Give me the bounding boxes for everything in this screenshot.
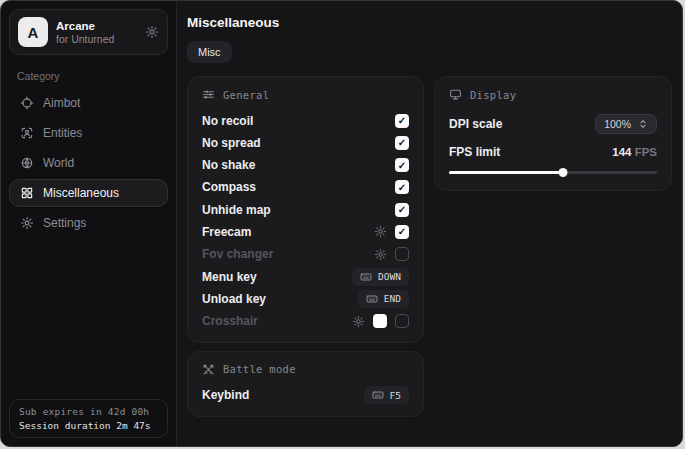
battle-mode-card: Battle mode KeybindF5 (187, 351, 424, 417)
setting-row: No shake✓ (202, 158, 409, 173)
setting-row: Unload keyEND (202, 291, 409, 306)
gear-icon[interactable] (145, 25, 159, 39)
keybind-button[interactable]: F5 (364, 386, 409, 404)
setting-label: Fov changer (202, 247, 273, 261)
gear-icon[interactable] (352, 315, 365, 328)
category-label: Category (17, 70, 160, 82)
app-window: A Arcane for Unturned Category AimbotEnt… (0, 0, 683, 447)
keyboard-icon (372, 389, 384, 401)
sidebar: A Arcane for Unturned Category AimbotEnt… (1, 1, 177, 446)
checkbox[interactable] (395, 314, 409, 328)
app-subtitle: for Unturned (56, 33, 137, 45)
setting-row: KeybindF5 (202, 388, 409, 403)
sidebar-item-entities[interactable]: Entities (9, 119, 168, 147)
category-nav: AimbotEntitiesWorldMiscellaneousSettings (9, 89, 168, 237)
sidebar-item-world[interactable]: World (9, 149, 168, 177)
setting-label: Freecam (202, 225, 251, 239)
app-avatar: A (18, 17, 48, 47)
setting-label: Keybind (202, 388, 249, 402)
sidebar-item-label: Settings (43, 216, 86, 230)
sidebar-item-settings[interactable]: Settings (9, 209, 168, 237)
card-title: Display (470, 89, 516, 101)
sub-expiry-text: Sub expires in 42d 00h (19, 406, 158, 417)
setting-label: No spread (202, 136, 261, 150)
setting-row: No spread✓ (202, 135, 409, 150)
key-label: DOWN (378, 271, 401, 282)
general-rows: No recoil✓No spread✓No shake✓Compass✓Unh… (202, 113, 409, 329)
checkbox[interactable]: ✓ (395, 203, 409, 217)
setting-row: No recoil✓ (202, 113, 409, 128)
gear-icon[interactable] (374, 225, 387, 238)
chevrons-up-down-icon (638, 119, 648, 129)
battle-rows: KeybindF5 (202, 388, 409, 403)
sidebar-item-miscellaneous[interactable]: Miscellaneous (9, 179, 168, 207)
sidebar-item-label: Entities (43, 126, 82, 140)
setting-row: Menu keyDOWN (202, 269, 409, 284)
setting-row: Fov changer (202, 247, 409, 262)
world-icon (20, 156, 34, 170)
keybind-button[interactable]: DOWN (352, 268, 409, 286)
fps-limit-label: FPS limit (449, 145, 500, 159)
keybind-button[interactable]: END (358, 290, 409, 308)
dpi-scale-select[interactable]: 100% (595, 114, 657, 134)
checkbox[interactable]: ✓ (395, 158, 409, 172)
checkbox[interactable]: ✓ (395, 225, 409, 239)
checkbox[interactable]: ✓ (395, 114, 409, 128)
checkbox[interactable]: ✓ (395, 180, 409, 194)
tab-misc[interactable]: Misc (187, 41, 232, 63)
sidebar-item-label: World (43, 156, 74, 170)
sliders-icon (202, 88, 215, 101)
setting-row: Compass✓ (202, 180, 409, 195)
display-card: Display DPI scale 100% FPS limit 144 FPS (434, 76, 672, 191)
page-title: Miscellaneous (187, 15, 668, 30)
entities-icon (20, 126, 34, 140)
color-swatch[interactable] (373, 314, 387, 328)
sidebar-item-aimbot[interactable]: Aimbot (9, 89, 168, 117)
checkbox[interactable] (395, 247, 409, 261)
card-title: General (223, 89, 269, 101)
subscription-status: Sub expires in 42d 00h Session duration … (9, 399, 168, 438)
setting-row: Freecam✓ (202, 224, 409, 239)
app-name: Arcane (56, 20, 137, 32)
setting-label: Unload key (202, 292, 266, 306)
setting-label: Menu key (202, 270, 257, 284)
setting-label: Crosshair (202, 314, 258, 328)
setting-label: Compass (202, 180, 256, 194)
gear-icon (20, 216, 34, 230)
fps-limit-row: FPS limit 144 FPS (449, 144, 657, 159)
checkbox[interactable]: ✓ (395, 136, 409, 150)
fps-limit-slider[interactable] (449, 167, 657, 177)
setting-label: No recoil (202, 114, 253, 128)
key-label: F5 (390, 390, 401, 401)
setting-label: Unhide map (202, 203, 271, 217)
dpi-scale-value: 100% (604, 118, 631, 130)
fps-limit-value: 144 FPS (612, 146, 657, 158)
swords-icon (202, 363, 215, 376)
dpi-scale-label: DPI scale (449, 117, 502, 131)
main-panel: Miscellaneous Misc General No recoil✓No … (177, 1, 682, 446)
sidebar-item-label: Miscellaneous (43, 186, 119, 200)
setting-label: No shake (202, 158, 255, 172)
card-title: Battle mode (223, 363, 296, 375)
key-label: END (384, 293, 401, 304)
monitor-icon (449, 88, 462, 101)
dpi-scale-row: DPI scale 100% (449, 114, 657, 134)
crosshair-icon (20, 96, 34, 110)
grid-icon (20, 186, 34, 200)
slider-thumb[interactable] (559, 168, 568, 177)
session-duration-text: Session duration 2m 47s (19, 420, 158, 431)
gear-icon[interactable] (374, 248, 387, 261)
setting-row: Crosshair (202, 314, 409, 329)
general-card: General No recoil✓No spread✓No shake✓Com… (187, 76, 424, 343)
app-header: A Arcane for Unturned (9, 9, 168, 55)
keyboard-icon (360, 271, 372, 283)
keyboard-icon (366, 293, 378, 305)
sidebar-item-label: Aimbot (43, 96, 80, 110)
setting-row: Unhide map✓ (202, 202, 409, 217)
